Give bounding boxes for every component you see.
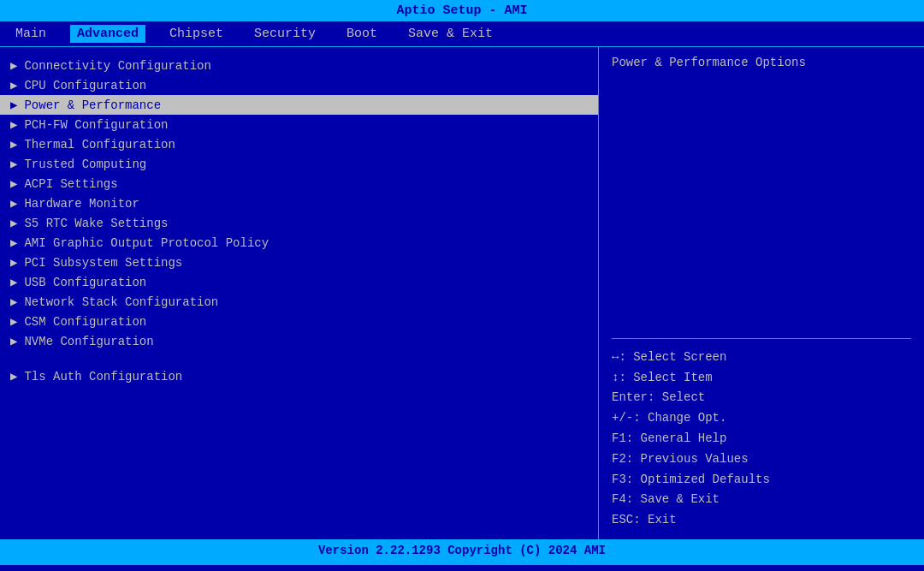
entry-label: ACPI Settings (24, 177, 117, 191)
entry-label: NVMe Configuration (24, 335, 153, 348)
entry-arrow-icon: ▶ (10, 255, 17, 270)
menu-item-boot[interactable]: Boot (340, 25, 384, 43)
entry-arrow-icon: ▶ (10, 235, 17, 250)
key-hint: +/-: Change Opt. (612, 408, 911, 429)
menu-entry-csm-configuration[interactable]: ▶CSM Configuration (0, 312, 598, 331)
entry-label: CPU Configuration (24, 79, 146, 92)
entry-arrow-icon: ▶ (10, 216, 17, 230)
menu-item-chipset[interactable]: Chipset (163, 25, 230, 43)
entry-label: PCH-FW Configuration (24, 118, 168, 132)
help-text: Power & Performance Options (612, 56, 911, 338)
main-content: ▶Connectivity Configuration▶CPU Configur… (0, 47, 924, 539)
entry-arrow-icon: ▶ (10, 196, 17, 211)
menu-item-advanced[interactable]: Advanced (70, 25, 145, 43)
entry-arrow-icon: ▶ (10, 294, 17, 309)
key-hint: F1: General Help (612, 429, 911, 449)
entry-arrow-icon: ▶ (10, 117, 17, 132)
menu-entry-connectivity-configuration[interactable]: ▶Connectivity Configuration (0, 56, 598, 75)
entry-arrow-icon: ▶ (10, 98, 17, 112)
key-hint: ↔: Select Screen (612, 348, 911, 368)
key-hint: ESC: Exit (612, 510, 911, 531)
menu-entry-network-stack-configuration[interactable]: ▶Network Stack Configuration (0, 292, 598, 312)
entry-label: Connectivity Configuration (24, 59, 210, 73)
entry-label: Trusted Computing (24, 158, 146, 171)
entry-label: S5 RTC Wake Settings (24, 217, 168, 230)
entry-arrow-icon: ▶ (10, 176, 17, 191)
footer: Version 2.22.1293 Copyright (C) 2024 AMI (0, 539, 924, 565)
menu-entry-thermal-configuration[interactable]: ▶Thermal Configuration (0, 134, 598, 154)
entry-label: USB Configuration (24, 276, 146, 289)
entry-label: Thermal Configuration (24, 138, 175, 152)
entry-label: Power & Performance (24, 98, 161, 112)
key-help: ↔: Select Screen↕: Select ItemEnter: Sel… (612, 338, 911, 531)
entry-label: Network Stack Configuration (24, 295, 218, 309)
key-hint: Enter: Select (612, 388, 911, 408)
right-panel: Power & Performance Options ↔: Select Sc… (599, 47, 924, 539)
entry-arrow-icon: ▶ (10, 334, 17, 348)
menu-entry-power--performance[interactable]: ▶Power & Performance (0, 95, 598, 115)
key-hint: F3: Optimized Defaults (612, 470, 911, 491)
title-text: Aptio Setup - AMI (396, 3, 527, 18)
footer-text: Version 2.22.1293 Copyright (C) 2024 AMI (318, 544, 606, 557)
entry-label: CSM Configuration (24, 315, 146, 329)
menu-entry-ami-graphic-output-protocol-policy[interactable]: ▶AMI Graphic Output Protocol Policy (0, 233, 598, 253)
entry-label: AMI Graphic Output Protocol Policy (24, 236, 269, 250)
entry-arrow-icon: ▶ (10, 137, 17, 152)
menu-item-main[interactable]: Main (9, 25, 53, 43)
menu-entry-acpi-settings[interactable]: ▶ACPI Settings (0, 174, 598, 193)
entry-arrow-icon: ▶ (10, 369, 17, 384)
entry-arrow-icon: ▶ (10, 78, 17, 92)
entry-label: PCI Subsystem Settings (24, 256, 182, 270)
menu-entry-pch-fw-configuration[interactable]: ▶PCH-FW Configuration (0, 115, 598, 134)
menu-entry-trusted-computing[interactable]: ▶Trusted Computing (0, 154, 598, 174)
title-bar: Aptio Setup - AMI (0, 0, 924, 21)
key-hint: ↕: Select Item (612, 368, 911, 389)
menu-bar: MainAdvancedChipsetSecurityBootSave & Ex… (0, 21, 924, 47)
entry-arrow-icon: ▶ (10, 314, 17, 329)
description-text: Power & Performance Options (612, 56, 911, 69)
menu-entry-tls-auth-configuration[interactable]: ▶Tls Auth Configuration (0, 366, 598, 386)
entry-arrow-icon: ▶ (10, 275, 17, 289)
left-panel: ▶Connectivity Configuration▶CPU Configur… (0, 47, 599, 539)
menu-entry-hardware-monitor[interactable]: ▶Hardware Monitor (0, 193, 598, 213)
menu-item-security[interactable]: Security (247, 25, 323, 43)
menu-entry-cpu-configuration[interactable]: ▶CPU Configuration (0, 75, 598, 95)
menu-entry-pci-subsystem-settings[interactable]: ▶PCI Subsystem Settings (0, 253, 598, 272)
entry-arrow-icon: ▶ (10, 157, 17, 171)
entry-label: Hardware Monitor (24, 197, 139, 211)
empty-line (0, 351, 598, 366)
key-hint: F4: Save & Exit (612, 490, 911, 510)
entry-label: Tls Auth Configuration (24, 370, 182, 384)
entry-arrow-icon: ▶ (10, 58, 17, 73)
key-hint: F2: Previous Values (612, 449, 911, 470)
menu-item-save-and-exit[interactable]: Save & Exit (401, 25, 500, 43)
menu-entry-s5-rtc-wake-settings[interactable]: ▶S5 RTC Wake Settings (0, 213, 598, 233)
menu-entry-nvme-configuration[interactable]: ▶NVMe Configuration (0, 331, 598, 351)
menu-entry-usb-configuration[interactable]: ▶USB Configuration (0, 272, 598, 292)
